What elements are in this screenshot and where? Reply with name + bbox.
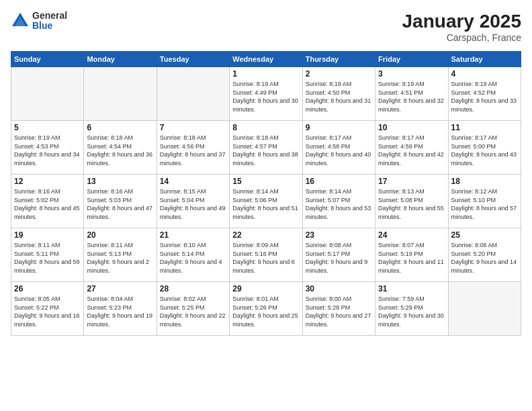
- location: Carspach, France: [402, 32, 521, 43]
- table-row: 31Sunrise: 7:59 AM Sunset: 5:29 PM Dayli…: [375, 282, 448, 336]
- day-info: Sunrise: 8:14 AM Sunset: 5:06 PM Dayligh…: [232, 187, 299, 221]
- day-number: 11: [451, 123, 518, 132]
- day-number: 6: [87, 123, 153, 132]
- day-info: Sunrise: 8:16 AM Sunset: 5:02 PM Dayligh…: [14, 187, 81, 221]
- calendar-week-row: 19Sunrise: 8:11 AM Sunset: 5:11 PM Dayli…: [11, 228, 521, 282]
- table-row: 10Sunrise: 8:17 AM Sunset: 4:59 PM Dayli…: [375, 121, 448, 175]
- table-row: [157, 67, 229, 121]
- day-info: Sunrise: 8:18 AM Sunset: 4:57 PM Dayligh…: [232, 134, 299, 167]
- logo: General Blue: [11, 11, 67, 32]
- table-row: [84, 67, 157, 121]
- col-saturday: Saturday: [448, 52, 521, 67]
- day-info: Sunrise: 8:02 AM Sunset: 5:25 PM Dayligh…: [160, 295, 226, 328]
- calendar-week-row: 12Sunrise: 8:16 AM Sunset: 5:02 PM Dayli…: [11, 175, 521, 228]
- table-row: 15Sunrise: 8:14 AM Sunset: 5:06 PM Dayli…: [230, 175, 302, 228]
- day-number: 16: [306, 177, 372, 186]
- day-info: Sunrise: 8:16 AM Sunset: 5:03 PM Dayligh…: [87, 187, 153, 221]
- table-row: 3Sunrise: 8:19 AM Sunset: 4:51 PM Daylig…: [375, 67, 448, 121]
- day-number: 1: [232, 69, 299, 79]
- day-number: 5: [14, 123, 81, 132]
- day-number: 3: [378, 69, 445, 79]
- day-number: 2: [306, 69, 372, 79]
- day-info: Sunrise: 8:18 AM Sunset: 4:54 PM Dayligh…: [87, 134, 153, 167]
- table-row: 1Sunrise: 8:19 AM Sunset: 4:49 PM Daylig…: [230, 67, 302, 121]
- day-number: 29: [232, 284, 299, 293]
- day-info: Sunrise: 8:17 AM Sunset: 4:59 PM Dayligh…: [378, 134, 445, 167]
- table-row: 8Sunrise: 8:18 AM Sunset: 4:57 PM Daylig…: [230, 121, 302, 175]
- logo-icon: [11, 11, 30, 30]
- calendar-week-row: 26Sunrise: 8:05 AM Sunset: 5:22 PM Dayli…: [11, 282, 521, 336]
- table-row: 29Sunrise: 8:01 AM Sunset: 5:26 PM Dayli…: [230, 282, 302, 336]
- col-thursday: Thursday: [302, 52, 375, 67]
- day-number: 19: [14, 230, 81, 240]
- day-info: Sunrise: 7:59 AM Sunset: 5:29 PM Dayligh…: [378, 295, 445, 328]
- day-number: 28: [160, 284, 226, 293]
- day-info: Sunrise: 8:00 AM Sunset: 5:28 PM Dayligh…: [306, 295, 372, 328]
- day-number: 4: [451, 69, 518, 79]
- day-info: Sunrise: 8:19 AM Sunset: 4:52 PM Dayligh…: [451, 80, 518, 113]
- day-number: 15: [232, 177, 299, 186]
- table-row: 16Sunrise: 8:14 AM Sunset: 5:07 PM Dayli…: [302, 175, 375, 228]
- col-friday: Friday: [375, 52, 448, 67]
- table-row: 6Sunrise: 8:18 AM Sunset: 4:54 PM Daylig…: [84, 121, 157, 175]
- table-row: 7Sunrise: 8:18 AM Sunset: 4:56 PM Daylig…: [157, 121, 229, 175]
- day-number: 27: [87, 284, 153, 293]
- day-info: Sunrise: 8:19 AM Sunset: 4:51 PM Dayligh…: [378, 80, 445, 113]
- day-info: Sunrise: 8:04 AM Sunset: 5:23 PM Dayligh…: [87, 295, 153, 328]
- table-row: 19Sunrise: 8:11 AM Sunset: 5:11 PM Dayli…: [11, 228, 84, 282]
- day-info: Sunrise: 8:13 AM Sunset: 5:08 PM Dayligh…: [378, 187, 445, 221]
- day-number: 24: [378, 230, 445, 240]
- table-row: 11Sunrise: 8:17 AM Sunset: 5:00 PM Dayli…: [448, 121, 521, 175]
- day-info: Sunrise: 8:06 AM Sunset: 5:20 PM Dayligh…: [451, 241, 518, 275]
- table-row: 12Sunrise: 8:16 AM Sunset: 5:02 PM Dayli…: [11, 175, 84, 228]
- logo-text: General Blue: [32, 11, 67, 32]
- calendar-week-row: 5Sunrise: 8:19 AM Sunset: 4:53 PM Daylig…: [11, 121, 521, 175]
- table-row: 27Sunrise: 8:04 AM Sunset: 5:23 PM Dayli…: [84, 282, 157, 336]
- table-row: 17Sunrise: 8:13 AM Sunset: 5:08 PM Dayli…: [375, 175, 448, 228]
- col-tuesday: Tuesday: [157, 52, 229, 67]
- day-info: Sunrise: 8:12 AM Sunset: 5:10 PM Dayligh…: [451, 187, 518, 221]
- day-info: Sunrise: 8:17 AM Sunset: 5:00 PM Dayligh…: [451, 134, 518, 167]
- day-number: 31: [378, 284, 445, 293]
- day-info: Sunrise: 8:10 AM Sunset: 5:14 PM Dayligh…: [160, 241, 226, 275]
- day-info: Sunrise: 8:07 AM Sunset: 5:19 PM Dayligh…: [378, 241, 445, 275]
- table-row: 30Sunrise: 8:00 AM Sunset: 5:28 PM Dayli…: [302, 282, 375, 336]
- day-number: 7: [160, 123, 226, 132]
- table-row: 21Sunrise: 8:10 AM Sunset: 5:14 PM Dayli…: [157, 228, 229, 282]
- table-row: 26Sunrise: 8:05 AM Sunset: 5:22 PM Dayli…: [11, 282, 84, 336]
- table-row: 23Sunrise: 8:08 AM Sunset: 5:17 PM Dayli…: [302, 228, 375, 282]
- day-info: Sunrise: 8:11 AM Sunset: 5:13 PM Dayligh…: [87, 241, 153, 275]
- day-info: Sunrise: 8:17 AM Sunset: 4:58 PM Dayligh…: [306, 134, 372, 167]
- table-row: 24Sunrise: 8:07 AM Sunset: 5:19 PM Dayli…: [375, 228, 448, 282]
- day-info: Sunrise: 8:19 AM Sunset: 4:50 PM Dayligh…: [306, 80, 372, 113]
- day-number: 18: [451, 177, 518, 186]
- day-number: 10: [378, 123, 445, 132]
- table-row: 28Sunrise: 8:02 AM Sunset: 5:25 PM Dayli…: [157, 282, 229, 336]
- day-info: Sunrise: 8:11 AM Sunset: 5:11 PM Dayligh…: [14, 241, 81, 275]
- day-number: 8: [232, 123, 299, 132]
- day-info: Sunrise: 8:01 AM Sunset: 5:26 PM Dayligh…: [232, 295, 299, 328]
- day-info: Sunrise: 8:15 AM Sunset: 5:04 PM Dayligh…: [160, 187, 226, 221]
- table-row: 25Sunrise: 8:06 AM Sunset: 5:20 PM Dayli…: [448, 228, 521, 282]
- col-wednesday: Wednesday: [230, 52, 302, 67]
- day-number: 17: [378, 177, 445, 186]
- table-row: [448, 282, 521, 336]
- day-number: 13: [87, 177, 153, 186]
- table-row: 2Sunrise: 8:19 AM Sunset: 4:50 PM Daylig…: [302, 67, 375, 121]
- day-info: Sunrise: 8:19 AM Sunset: 4:49 PM Dayligh…: [232, 80, 299, 113]
- day-info: Sunrise: 8:05 AM Sunset: 5:22 PM Dayligh…: [14, 295, 81, 328]
- day-number: 9: [306, 123, 372, 132]
- day-info: Sunrise: 8:14 AM Sunset: 5:07 PM Dayligh…: [306, 187, 372, 221]
- day-number: 14: [160, 177, 226, 186]
- day-info: Sunrise: 8:09 AM Sunset: 5:16 PM Dayligh…: [232, 241, 299, 275]
- day-number: 26: [14, 284, 81, 293]
- day-info: Sunrise: 8:19 AM Sunset: 4:53 PM Dayligh…: [14, 134, 81, 167]
- col-sunday: Sunday: [11, 52, 84, 67]
- logo-blue: Blue: [32, 21, 67, 31]
- page-header: General Blue January 2025 Carspach, Fran…: [11, 11, 521, 43]
- day-number: 30: [306, 284, 372, 293]
- day-number: 12: [14, 177, 81, 186]
- table-row: 13Sunrise: 8:16 AM Sunset: 5:03 PM Dayli…: [84, 175, 157, 228]
- day-info: Sunrise: 8:08 AM Sunset: 5:17 PM Dayligh…: [306, 241, 372, 275]
- table-row: 14Sunrise: 8:15 AM Sunset: 5:04 PM Dayli…: [157, 175, 229, 228]
